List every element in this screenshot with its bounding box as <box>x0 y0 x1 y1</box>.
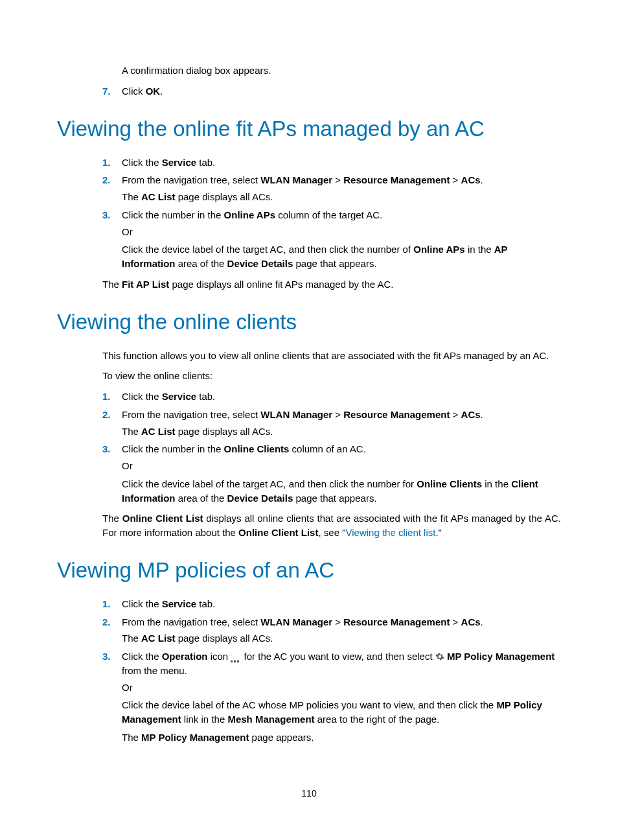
bold-text: ACs <box>461 616 481 627</box>
or-text: Or <box>122 681 561 695</box>
step-text: Click <box>122 86 146 97</box>
step-subtext: The AC List page displays all ACs. <box>122 190 561 204</box>
step-text: from the menu. <box>122 665 187 676</box>
bold-text: Device Details <box>227 493 293 504</box>
list-item: 2. From the navigation tree, select WLAN… <box>57 615 561 646</box>
bold-text: Service <box>162 157 196 168</box>
section-lead-text: To view the online clients: <box>102 369 561 383</box>
step-number: 1. <box>102 597 111 611</box>
step-text: tab. <box>196 157 215 168</box>
step-number: 7. <box>102 84 111 99</box>
step-number: 3. <box>102 649 111 664</box>
step-text: column of an AC. <box>289 443 365 454</box>
step-text: > <box>332 616 343 627</box>
page-content: A confirmation dialog box appears. 7. Cl… <box>57 64 561 751</box>
step-text: From the navigation tree, select <box>122 174 260 185</box>
viewing-client-list-link[interactable]: Viewing the client list <box>345 527 435 538</box>
bold-text: ACs <box>461 409 481 420</box>
bold-text: Online Client List <box>238 527 318 538</box>
list-item: 3. Click the Operation icon for the AC y… <box>57 649 561 745</box>
section-intro-text: This function allows you to view all onl… <box>102 349 561 363</box>
step-number: 2. <box>102 615 111 629</box>
step-text: > <box>332 174 343 185</box>
section-heading: Viewing the online fit APs managed by an… <box>57 117 561 141</box>
step-text: . <box>481 616 483 627</box>
list-item: 3. Click the number in the Online APs co… <box>57 208 561 271</box>
step-text: Click the <box>122 598 162 609</box>
bold-text: WLAN Manager <box>260 616 332 627</box>
step-text: . <box>481 409 483 420</box>
step-text: . <box>481 174 483 185</box>
step-text: Click the number in the <box>122 443 224 454</box>
step-subtext: The AC List page displays all ACs. <box>122 631 561 646</box>
bold-text: WLAN Manager <box>260 174 332 185</box>
step-subtext: Click the device label of the target AC,… <box>122 242 561 271</box>
page-number: 110 <box>0 788 618 799</box>
step-number: 2. <box>102 173 111 187</box>
list-item: 3. Click the number in the Online Client… <box>57 442 561 505</box>
bold-text: OK <box>146 86 161 97</box>
step-text: Click the <box>122 651 162 662</box>
bold-text: Online Client List <box>122 513 203 524</box>
step-text: tab. <box>196 391 215 402</box>
sec1-steps: 1. Click the Service tab. 2. From the na… <box>57 156 561 271</box>
section-after-text: The Fit AP List page displays all online… <box>102 277 561 292</box>
bold-text: Service <box>162 598 196 609</box>
intro-step-list: 7. Click OK. <box>57 84 561 99</box>
step-subtext: Click the device label of the AC whose M… <box>122 698 561 727</box>
bold-text: AC List <box>141 426 176 437</box>
bold-text: WLAN Manager <box>260 409 332 420</box>
bold-text: MP Policy Management <box>141 732 249 743</box>
step-subtext: The AC List page displays all ACs. <box>122 425 561 439</box>
step-number: 3. <box>102 208 111 222</box>
step-number: 2. <box>102 408 111 422</box>
list-item: 2. From the navigation tree, select WLAN… <box>57 408 561 439</box>
step-number: 1. <box>102 390 111 404</box>
bold-text: AC List <box>141 633 176 644</box>
bold-text: Service <box>162 391 196 402</box>
list-item: 1. Click the Service tab. <box>57 390 561 404</box>
step-subtext: The MP Policy Management page appears. <box>122 730 561 745</box>
bold-text: Resource Management <box>343 616 450 627</box>
step-text: for the AC you want to view, and then se… <box>241 651 435 662</box>
bold-text: Fit AP List <box>122 279 169 290</box>
bold-text: Operation <box>162 651 208 662</box>
list-item: 1. Click the Service tab. <box>57 156 561 170</box>
section-heading: Viewing MP policies of an AC <box>57 558 561 583</box>
step-text: column of the target AC. <box>275 209 382 220</box>
bold-text: Device Details <box>227 258 293 269</box>
sec3-steps: 1. Click the Service tab. 2. From the na… <box>57 597 561 745</box>
step-text: tab. <box>196 598 215 609</box>
operation-ellipsis-icon <box>231 653 241 660</box>
intro-confirm-text: A confirmation dialog box appears. <box>122 64 561 78</box>
step-number: 3. <box>102 442 111 456</box>
bold-text: Resource Management <box>343 409 450 420</box>
section-heading: Viewing the online clients <box>57 310 561 334</box>
step-text: > <box>332 409 343 420</box>
step-number: 1. <box>102 156 111 170</box>
bold-text: MP Policy Management <box>444 651 555 662</box>
step-subtext: Click the device label of the target AC,… <box>122 477 561 506</box>
or-text: Or <box>122 459 561 473</box>
step-text: > <box>450 174 461 185</box>
list-item: 1. Click the Service tab. <box>57 597 561 611</box>
section-after-text: The Online Client List displays all onli… <box>102 511 561 540</box>
bold-text: AC List <box>141 191 176 202</box>
step-text: Click the number in the <box>122 209 224 220</box>
gear-icon <box>435 652 444 661</box>
step-text: . <box>160 86 163 97</box>
step-text: icon <box>208 651 231 662</box>
step-text: > <box>450 409 461 420</box>
bold-text: Online Clients <box>224 443 290 454</box>
step-text: From the navigation tree, select <box>122 616 260 627</box>
bold-text: Resource Management <box>343 174 450 185</box>
step-text: Click the <box>122 157 162 168</box>
step-text: Click the <box>122 391 162 402</box>
bold-text: Online Clients <box>417 478 482 489</box>
sec2-steps: 1. Click the Service tab. 2. From the na… <box>57 390 561 505</box>
or-text: Or <box>122 225 561 239</box>
step-text: > <box>450 616 461 627</box>
bold-text: Mesh Management <box>227 714 314 725</box>
bold-text: Online APs <box>224 209 275 220</box>
step-text: From the navigation tree, select <box>122 409 260 420</box>
